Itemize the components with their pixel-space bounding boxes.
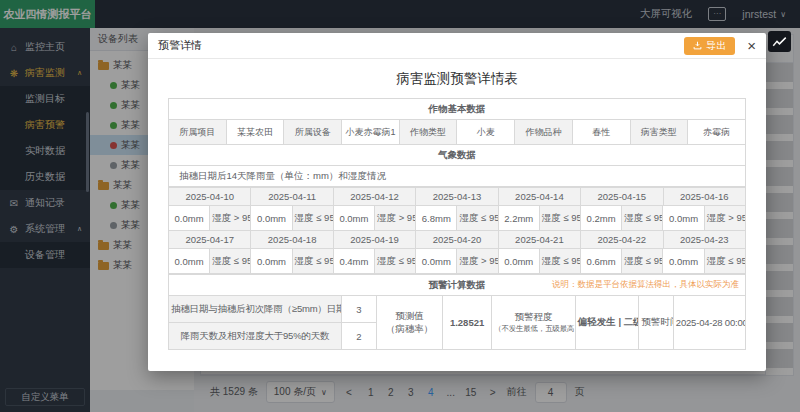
- date-cell: 2025-04-10: [169, 188, 251, 206]
- calc-note: 说明：数据是平台依据算法得出，具体以实际为准: [552, 279, 739, 291]
- rainfall-cell: 0.6mm: [581, 249, 622, 274]
- date-cell: 2025-04-11: [251, 188, 333, 206]
- humidity-cell: 湿度 ≤ 95%: [292, 206, 333, 231]
- weather-dates-table: 2025-04-102025-04-112025-04-122025-04-13…: [168, 187, 746, 206]
- humidity-cell: 湿度 ≤ 95%: [457, 206, 498, 231]
- calc-table: 抽穗日期与抽穗后初次降雨（≥5mm）日期间隔的天数 3 预测值 （病穗率） 1.…: [168, 295, 746, 350]
- calc-row-value: 2: [342, 323, 377, 350]
- rainfall-cell: 0.0mm: [663, 206, 704, 231]
- humidity-cell: 湿度 ≤ 95%: [292, 249, 333, 274]
- calc-row-label: 降雨天数及相对湿度大于95%的天数: [169, 323, 342, 350]
- rainfall-cell: 0.0mm: [169, 206, 210, 231]
- basic-label-cell: 病害类型: [630, 120, 688, 145]
- humidity-cell: 湿度 ≤ 95%: [704, 249, 745, 274]
- humidity-cell: 湿度 > 95%: [210, 206, 251, 231]
- humidity-cell: 湿度 ≤ 95%: [210, 249, 251, 274]
- date-cell: 2025-04-18: [251, 231, 333, 249]
- modal-header: 预警详情 导出 ×: [148, 33, 766, 59]
- basic-data-table: 所属项目某某农田所属设备小麦赤霉病1作物类型小麦作物品种春性病害类型赤霉病: [168, 119, 746, 145]
- basic-section-title: 作物基本数据: [169, 99, 746, 120]
- basic-label-cell: 所属项目: [169, 120, 227, 145]
- weather-section-title: 气象数据: [169, 145, 746, 166]
- date-cell: 2025-04-13: [416, 188, 498, 206]
- humidity-cell: 湿度 ≤ 95%: [622, 249, 663, 274]
- humidity-cell: 湿度 ≤ 95%: [539, 206, 580, 231]
- chart-fab-button[interactable]: [768, 31, 791, 52]
- export-button[interactable]: 导出: [684, 37, 735, 55]
- humidity-cell: 湿度 > 95%: [704, 206, 745, 231]
- prediction-label: 预测值 （病穗率）: [376, 296, 442, 350]
- weather-subtitle-table: 抽穗日期后14天降雨量（单位：mm）和湿度情况: [168, 165, 746, 187]
- date-cell: 2025-04-16: [663, 188, 745, 206]
- detail-table-title: 病害监测预警详情表: [168, 70, 746, 88]
- date-cell: 2025-04-23: [663, 231, 745, 249]
- weather-values-table: 0.0mm湿度 > 95%0.0mm湿度 ≤ 95%0.0mm湿度 > 95%6…: [168, 205, 746, 231]
- date-cell: 2025-04-21: [498, 231, 580, 249]
- weather-section-table: 气象数据: [168, 144, 746, 166]
- rainfall-cell: 0.0mm: [416, 249, 457, 274]
- weather-dates-table: 2025-04-172025-04-182025-04-192025-04-20…: [168, 230, 746, 249]
- warning-time-value: 2025-04-28 00:00:00: [673, 296, 745, 350]
- basic-label-cell: 作物类型: [399, 120, 457, 145]
- rainfall-cell: 0.2mm: [581, 206, 622, 231]
- rainfall-cell: 0.0mm: [169, 249, 210, 274]
- modal-title: 预警详情: [158, 38, 202, 53]
- date-cell: 2025-04-19: [333, 231, 415, 249]
- weather-subtitle: 抽穗日期后14天降雨量（单位：mm）和湿度情况: [169, 166, 746, 187]
- date-cell: 2025-04-22: [581, 231, 663, 249]
- basic-label-cell: 作物品种: [515, 120, 573, 145]
- download-icon: [693, 41, 702, 50]
- basic-section-table: 作物基本数据: [168, 98, 746, 120]
- basic-value-cell: 赤霉病: [688, 120, 746, 145]
- basic-value-cell: 某某农田: [226, 120, 284, 145]
- date-cell: 2025-04-12: [333, 188, 415, 206]
- date-cell: 2025-04-15: [581, 188, 663, 206]
- basic-value-cell: 小麦赤霉病1: [342, 120, 400, 145]
- calc-row-label: 抽穗日期与抽穗后初次降雨（≥5mm）日期间隔的天数: [169, 296, 342, 323]
- warning-level-value: 偏轻发生 | 二级: [575, 296, 638, 350]
- humidity-cell: 湿度 ≤ 95%: [539, 249, 580, 274]
- warning-level-label: 预警程度 （不发生最低，五级最高）: [492, 296, 576, 350]
- basic-value-cell: 小麦: [457, 120, 515, 145]
- rainfall-cell: 0.4mm: [333, 249, 374, 274]
- calc-section-table: 预警计算数据 说明：数据是平台依据算法得出，具体以实际为准: [168, 274, 746, 296]
- rainfall-cell: 0.0mm: [251, 206, 292, 231]
- detail-table: 作物基本数据 所属项目某某农田所属设备小麦赤霉病1作物类型小麦作物品种春性病害类…: [168, 98, 746, 350]
- rainfall-cell: 2.2mm: [498, 206, 539, 231]
- humidity-cell: 湿度 ≤ 95%: [375, 249, 416, 274]
- rainfall-cell: 0.0mm: [498, 249, 539, 274]
- humidity-cell: 湿度 > 95%: [457, 249, 498, 274]
- prediction-value: 1.28521: [443, 296, 492, 350]
- calc-section-header: 预警计算数据 说明：数据是平台依据算法得出，具体以实际为准: [169, 275, 746, 296]
- warning-detail-modal: 预警详情 导出 × 病害监测预警详情表 作物基本数据: [148, 33, 766, 371]
- modal-body: 病害监测预警详情表 作物基本数据 所属项目某某农田所属设备小麦赤霉病1作物类型小…: [148, 59, 766, 350]
- page: 农业四情测报平台 大屏可视化 ··· jnrstest ∨ ⌂监控主页❋病害监测…: [0, 0, 800, 412]
- date-cell: 2025-04-20: [416, 231, 498, 249]
- basic-label-cell: 所属设备: [284, 120, 342, 145]
- calc-section-title: 预警计算数据: [429, 279, 486, 290]
- rainfall-cell: 0.0mm: [663, 249, 704, 274]
- weather-values-table: 0.0mm湿度 ≤ 95%0.0mm湿度 ≤ 95%0.4mm湿度 ≤ 95%0…: [168, 248, 746, 274]
- humidity-cell: 湿度 > 95%: [375, 206, 416, 231]
- humidity-cell: 湿度 ≤ 95%: [622, 206, 663, 231]
- close-icon[interactable]: ×: [747, 38, 756, 53]
- calc-row-value: 3: [342, 296, 377, 323]
- date-cell: 2025-04-14: [498, 188, 580, 206]
- basic-value-cell: 春性: [572, 120, 630, 145]
- rainfall-cell: 6.8mm: [416, 206, 457, 231]
- line-chart-icon: [772, 36, 787, 48]
- rainfall-cell: 0.0mm: [251, 249, 292, 274]
- date-cell: 2025-04-17: [169, 231, 251, 249]
- warning-time-label: 预警时间: [639, 296, 674, 350]
- rainfall-cell: 0.0mm: [333, 206, 374, 231]
